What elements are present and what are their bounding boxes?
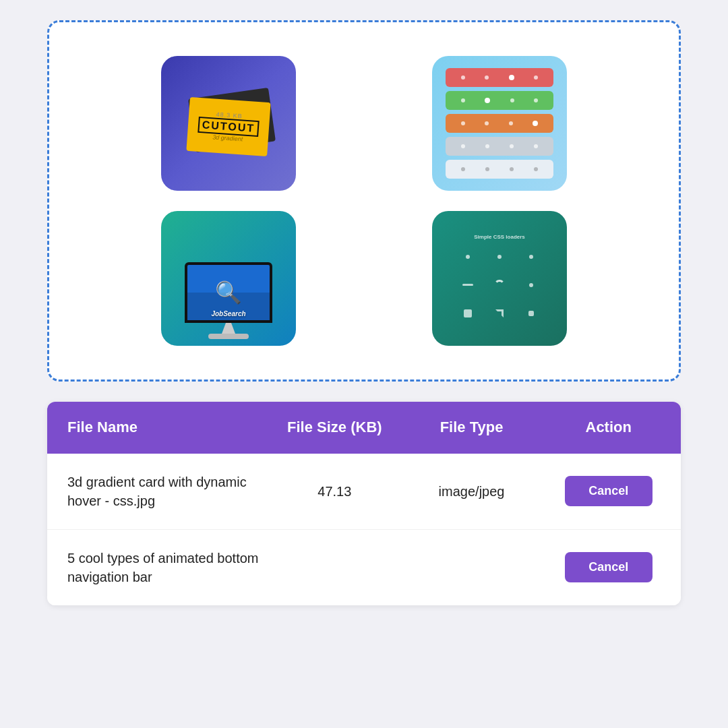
loader-arc — [494, 280, 505, 291]
thumbnail-3: 🔍 JobSearch — [161, 211, 296, 346]
main-container: 48.3 KB CUTOUT 3d gradient — [0, 0, 728, 728]
nav-bar-green — [446, 91, 553, 110]
nav-bar-gray — [446, 137, 553, 156]
nav-dot — [461, 98, 465, 102]
th-file-name: File Name — [67, 418, 276, 437]
table-row-partial: 5 cool types of animated bottom navigati… — [47, 530, 681, 605]
nav-bar-orange — [446, 114, 553, 133]
nav-dot — [485, 167, 489, 171]
td-action-2: Cancel — [556, 552, 661, 582]
card-title: CUTOUT — [198, 117, 260, 137]
td-file-size-1: 47.13 — [282, 482, 387, 501]
loader-dot — [466, 255, 470, 259]
nav-dot — [510, 98, 514, 102]
nav-dot — [509, 121, 513, 125]
thumbnail-1: 48.3 KB CUTOUT 3d gradient — [161, 56, 296, 191]
jobsearch-label: JobSearch — [211, 310, 245, 317]
table-header: File Name File Size (KB) File Type Actio… — [47, 402, 681, 454]
nav-dot — [485, 75, 489, 80]
nav-dot-active — [533, 121, 538, 126]
nav-dot-active — [485, 98, 490, 103]
loader-minus — [462, 284, 473, 286]
file-table: File Name File Size (KB) File Type Actio… — [47, 402, 681, 605]
nav-dot — [534, 167, 538, 171]
loader-dot-item — [520, 247, 543, 267]
nav-dot — [485, 144, 489, 148]
th-action: Action — [556, 418, 661, 437]
loader-arc-item — [487, 275, 511, 295]
monitor-container: 🔍 JobSearch — [185, 262, 272, 339]
loader-corner-item — [487, 303, 511, 324]
loader-dot-item — [456, 247, 479, 267]
td-file-name-2: 5 cool types of animated bottom navigati… — [67, 549, 276, 586]
nav-dot — [534, 75, 538, 80]
thumbnail-2 — [432, 56, 567, 191]
nav-dot — [534, 98, 538, 102]
nav-dot — [510, 144, 514, 148]
cancel-button-1[interactable]: Cancel — [565, 476, 653, 506]
loader-title-text: Simple CSS loaders — [474, 234, 525, 240]
thumbnail-4: Simple CSS loaders — [432, 211, 567, 346]
th-file-size: File Size (KB) — [282, 418, 387, 437]
monitor-stand — [222, 323, 235, 334]
loader-square-item — [520, 303, 543, 324]
td-file-name-1: 3d gradient card with dynamic hover - cs… — [67, 473, 276, 510]
monitor-base — [208, 334, 249, 339]
loaders-grid — [456, 247, 543, 324]
card-subtitle: 3d gradient — [212, 133, 243, 142]
nav-dot — [461, 75, 465, 80]
loader-square — [464, 309, 472, 317]
loader-square-item — [456, 303, 479, 324]
monitor-screen: 🔍 JobSearch — [185, 262, 272, 323]
nav-dot — [510, 167, 514, 171]
image-preview-box: 48.3 KB CUTOUT 3d gradient — [47, 20, 681, 382]
loader-dot — [497, 255, 502, 259]
th-file-type: File Type — [394, 418, 550, 437]
nav-dot — [461, 121, 465, 125]
nav-dot-active — [509, 75, 514, 80]
loader-dot — [529, 283, 533, 287]
cancel-button-2[interactable]: Cancel — [565, 552, 653, 582]
nav-dot — [461, 144, 465, 148]
nav-dot — [485, 121, 489, 125]
nav-dot — [534, 144, 538, 148]
td-action-1: Cancel — [556, 476, 661, 506]
loader-small-square — [528, 311, 534, 316]
loader-corner — [495, 309, 504, 317]
card-front: 48.3 KB CUTOUT 3d gradient — [186, 97, 270, 156]
loader-dot — [529, 255, 533, 259]
loader-minus-item — [456, 275, 479, 295]
thumb-1-inner: 48.3 KB CUTOUT 3d gradient — [181, 86, 276, 160]
loader-dot-item — [520, 275, 543, 295]
nav-bar-red — [446, 68, 553, 87]
nav-bar-white — [446, 160, 553, 179]
td-file-type-1: image/jpeg — [394, 482, 550, 501]
loader-dot-item — [487, 247, 511, 267]
table-row: 3d gradient card with dynamic hover - cs… — [47, 454, 681, 530]
nav-dot — [461, 167, 465, 171]
search-icon: 🔍 — [215, 280, 242, 305]
